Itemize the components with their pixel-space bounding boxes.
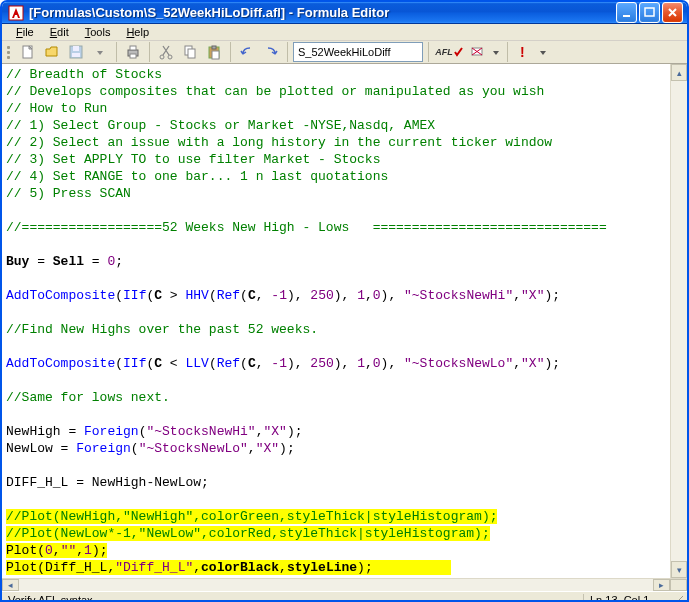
afl-check-button[interactable]: AFL [434,41,464,63]
window-controls [616,2,683,23]
code-line: NewLow = Foreign("~StocksNewLo","X"); [6,441,295,456]
formula-name-input[interactable] [293,42,423,62]
svg-point-10 [160,55,164,59]
scroll-track[interactable] [671,81,687,561]
scroll-track[interactable] [19,579,653,591]
scroll-corner [670,579,687,591]
copy-button[interactable] [179,41,201,63]
undo-button[interactable] [236,41,258,63]
svg-rect-13 [188,49,195,58]
close-button[interactable] [662,2,683,23]
code-line: NewHigh = Foreign("~StocksNewHi","X"); [6,424,302,439]
code-line: //==================52 Weeks New High - … [6,220,607,235]
redo-button[interactable] [260,41,282,63]
new-file-button[interactable] [17,41,39,63]
toolbar: AFL ! [2,41,687,64]
print-button[interactable] [122,41,144,63]
code-line-highlighted: //Plot(NewHigh,"NewHigh",colorGreen,styl… [6,509,497,575]
afl-label: AFL [435,47,453,57]
svg-rect-3 [23,46,32,58]
window-title: [Formulas\Custom\S_52WeekHiLoDiff.afl] -… [29,5,616,20]
scroll-up-button[interactable]: ▴ [671,64,687,81]
toolbar-separator [287,42,288,62]
alert-dropdown-button[interactable] [537,41,549,63]
code-line: AddToComposite(IIf(C < LLV(Ref(C, -1), 2… [6,356,560,371]
code-line: //Same for lows next. [6,390,170,405]
toolbar-separator [116,42,117,62]
toolbar-separator [428,42,429,62]
menu-help[interactable]: Help [118,24,157,40]
menubar: File Edit Tools Help [2,24,687,41]
code-line: DIFF_H_L = NewHigh-NewLow; [6,475,209,490]
editor-area: // Breadth of Stocks // Develops composi… [2,64,687,578]
flag-button[interactable] [466,41,488,63]
code-line: AddToComposite(IIf(C > HHV(Ref(C, -1), 2… [6,288,560,303]
svg-rect-0 [9,6,23,20]
toolbar-separator [149,42,150,62]
svg-rect-8 [130,46,136,50]
app-icon [8,5,24,21]
svg-rect-16 [212,51,219,59]
svg-rect-4 [70,46,82,58]
svg-rect-6 [72,53,80,57]
menu-tools[interactable]: Tools [77,24,119,40]
alert-button[interactable]: ! [513,41,535,63]
svg-rect-2 [645,8,654,16]
save-dropdown-button[interactable] [89,41,111,63]
window-titlebar: [Formulas\Custom\S_52WeekHiLoDiff.afl] -… [2,2,687,24]
code-line: // 4) Set RANGE to one bar... 1 n last q… [6,169,388,184]
resize-grip[interactable] [667,592,683,602]
status-message: Verify AFL syntax [6,594,584,602]
svg-rect-1 [623,15,630,17]
save-button[interactable] [65,41,87,63]
code-editor[interactable]: // Breadth of Stocks // Develops composi… [2,64,670,578]
svg-rect-17 [472,48,482,55]
toolbar-separator [507,42,508,62]
svg-rect-12 [185,46,192,55]
vertical-scrollbar[interactable]: ▴ ▾ [670,64,687,578]
code-line: // Develops composites that can be plott… [6,84,544,99]
paste-button[interactable] [203,41,225,63]
code-line: // 5) Press SCAN [6,186,131,201]
svg-rect-7 [128,50,138,56]
scroll-left-button[interactable]: ◂ [2,579,19,591]
svg-text:!: ! [520,44,525,60]
cut-button[interactable] [155,41,177,63]
menu-file[interactable]: File [8,24,42,40]
svg-rect-15 [212,46,216,49]
svg-rect-14 [209,47,219,58]
svg-point-11 [168,55,172,59]
scroll-down-button[interactable]: ▾ [671,561,687,578]
code-line: // 2) Select an issue with a long histor… [6,135,552,150]
toolbar-grip[interactable] [7,42,12,62]
code-line: Buy = Sell = 0; [6,254,123,269]
code-line: // 3) Set APPLY TO to use filter Market … [6,152,380,167]
svg-rect-5 [73,46,79,51]
open-file-button[interactable] [41,41,63,63]
svg-rect-9 [130,54,136,58]
cursor-position: Ln 13, Col 1 [584,594,664,602]
maximize-button[interactable] [639,2,660,23]
code-line: // Breadth of Stocks [6,67,162,82]
menu-edit[interactable]: Edit [42,24,77,40]
scroll-right-button[interactable]: ▸ [653,579,670,591]
code-line: // How to Run [6,101,107,116]
statusbar: Verify AFL syntax Ln 13, Col 1 [2,591,687,602]
code-line: // 1) Select Group - Stocks or Market -N… [6,118,435,133]
minimize-button[interactable] [616,2,637,23]
flag-dropdown-button[interactable] [490,41,502,63]
code-line: //Find New Highs over the past 52 weeks. [6,322,318,337]
toolbar-separator [230,42,231,62]
horizontal-scrollbar[interactable]: ◂ ▸ [2,578,687,591]
